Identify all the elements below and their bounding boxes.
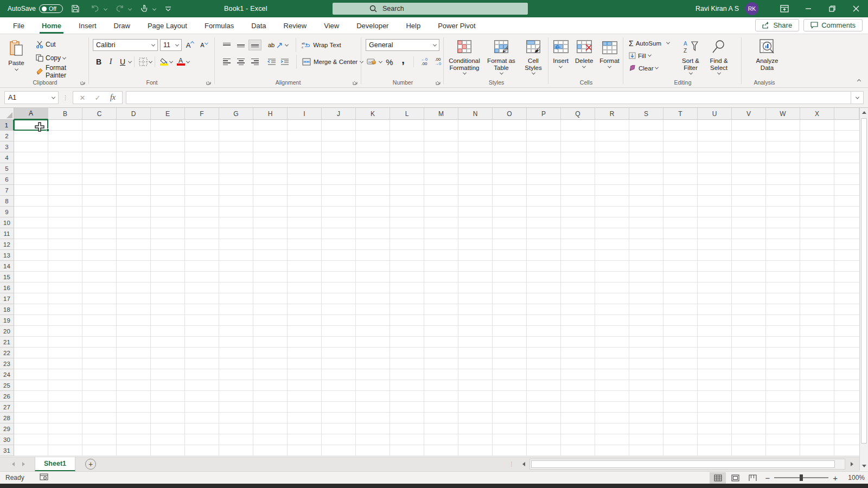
horizontal-scroll-thumb[interactable] <box>531 460 835 468</box>
row-header-10[interactable]: 10 <box>0 217 14 228</box>
restore-icon[interactable] <box>820 0 844 17</box>
touch-mode-dropdown-icon[interactable] <box>153 5 156 12</box>
align-right-button[interactable] <box>248 55 261 68</box>
touch-mode-icon[interactable] <box>137 2 151 16</box>
paste-dropdown-icon[interactable] <box>14 67 18 71</box>
font-color-button[interactable]: A <box>175 56 187 68</box>
underline-dropdown-icon[interactable] <box>128 59 132 63</box>
next-sheet-icon[interactable] <box>22 462 25 466</box>
row-header-27[interactable]: 27 <box>0 402 14 413</box>
cell-styles-button[interactable]: 🖌 Cell Styles <box>520 35 546 76</box>
scroll-left-icon[interactable] <box>518 459 529 469</box>
decrease-font-size-button[interactable]: A <box>198 39 210 51</box>
column-header-d[interactable]: D <box>117 108 151 120</box>
borders-icon[interactable] <box>137 56 149 68</box>
collapse-ribbon-icon[interactable] <box>858 76 860 84</box>
column-header-i[interactable]: I <box>288 108 322 120</box>
row-header-28[interactable]: 28 <box>0 413 14 423</box>
bold-button[interactable]: B <box>93 56 105 68</box>
zoom-level[interactable]: 100% <box>842 474 865 481</box>
delete-cells-button[interactable]: Delete <box>572 35 596 69</box>
tab-home[interactable]: Home <box>33 17 70 34</box>
scroll-right-icon[interactable] <box>846 459 857 469</box>
tab-draw[interactable]: Draw <box>105 17 139 34</box>
zoom-slider-thumb[interactable] <box>800 474 803 481</box>
tab-file[interactable]: File <box>4 17 33 34</box>
tab-page-layout[interactable]: Page Layout <box>139 17 196 34</box>
tab-formulas[interactable]: Formulas <box>196 17 242 34</box>
enter-icon[interactable]: ✓ <box>91 92 105 103</box>
percent-style-button[interactable]: % <box>384 56 395 68</box>
row-header-8[interactable]: 8 <box>0 196 14 207</box>
row-header-4[interactable]: 4 <box>0 152 14 163</box>
center-button[interactable] <box>234 55 247 68</box>
search-input[interactable] <box>382 5 502 12</box>
column-header-t[interactable]: T <box>663 108 698 120</box>
italic-button[interactable]: I <box>105 56 117 68</box>
new-sheet-button[interactable]: + <box>85 459 96 470</box>
fill-color-dropdown-icon[interactable] <box>169 59 173 63</box>
user-name[interactable]: Ravi Kiran A S <box>695 5 739 12</box>
macro-record-icon[interactable] <box>40 473 48 482</box>
share-button[interactable]: Share <box>755 19 799 31</box>
tab-help[interactable]: Help <box>397 17 429 34</box>
number-format-select[interactable]: General <box>366 39 439 51</box>
column-header-m[interactable]: M <box>424 108 458 120</box>
top-align-button[interactable] <box>220 40 233 51</box>
column-header-c[interactable]: C <box>82 108 117 120</box>
avatar[interactable]: RK <box>745 2 758 15</box>
sheet-tab-sheet1[interactable]: Sheet1 <box>35 457 75 471</box>
format-cells-dropdown-icon[interactable] <box>608 65 611 68</box>
paste-button[interactable]: Paste <box>5 37 27 72</box>
redo-dropdown-icon[interactable] <box>129 5 131 12</box>
clear-dropdown-icon[interactable] <box>655 66 659 69</box>
name-box[interactable]: A1 <box>4 91 59 104</box>
comments-button[interactable]: Comments <box>803 19 863 31</box>
expand-formula-bar-icon[interactable] <box>851 91 864 104</box>
row-header-19[interactable]: 19 <box>0 315 14 326</box>
column-header-h[interactable]: H <box>253 108 288 120</box>
find-select-dropdown-icon[interactable] <box>717 71 720 75</box>
row-header-31[interactable]: 31 <box>0 445 14 456</box>
save-icon[interactable] <box>68 2 82 16</box>
row-header-29[interactable]: 29 <box>0 423 14 434</box>
row-header-16[interactable]: 16 <box>0 282 14 293</box>
font-dialog-launcher-icon[interactable] <box>206 79 213 86</box>
underline-button[interactable]: U <box>117 56 129 68</box>
font-size-select[interactable]: 11 <box>160 39 182 51</box>
formula-input[interactable] <box>126 92 851 104</box>
tab-insert[interactable]: Insert <box>70 17 105 34</box>
row-header-21[interactable]: 21 <box>0 337 14 348</box>
row-header-1[interactable]: 1 <box>0 120 14 131</box>
autosave-toggle[interactable]: AutoSave Off <box>8 4 63 13</box>
page-break-preview-button[interactable] <box>744 472 761 484</box>
increase-indent-icon[interactable] <box>279 56 291 68</box>
cut-button[interactable]: Cut <box>34 38 88 50</box>
vertical-scroll-thumb[interactable] <box>861 118 867 444</box>
copy-dropdown-icon[interactable] <box>62 55 66 59</box>
autosave-pill[interactable]: Off <box>39 4 63 13</box>
row-header-26[interactable]: 26 <box>0 391 14 402</box>
conditional-formatting-button[interactable]: Conditional Formatting <box>446 35 482 76</box>
name-box-dropdown-icon[interactable] <box>52 95 55 99</box>
column-header-w[interactable]: W <box>766 108 800 120</box>
cancel-icon[interactable]: ✕ <box>75 92 90 103</box>
column-header-g[interactable]: G <box>219 108 253 120</box>
fill-color-button[interactable] <box>158 56 170 68</box>
undo-icon[interactable] <box>88 2 102 16</box>
row-header-20[interactable]: 20 <box>0 326 14 337</box>
undo-dropdown-icon[interactable] <box>104 5 107 12</box>
column-header-k[interactable]: K <box>356 108 390 120</box>
column-header-s[interactable]: S <box>629 108 663 120</box>
orientation-dropdown-icon[interactable] <box>285 42 289 46</box>
format-as-table-button[interactable]: 🖉 Format as Table <box>484 35 518 76</box>
align-left-button[interactable] <box>220 55 233 68</box>
scroll-up-icon[interactable] <box>860 108 868 117</box>
column-header-u[interactable]: U <box>698 108 732 120</box>
column-header-e[interactable]: E <box>151 108 185 120</box>
tab-power-pivot[interactable]: Power Pivot <box>429 17 484 34</box>
row-header-6[interactable]: 6 <box>0 174 14 185</box>
row-header-25[interactable]: 25 <box>0 380 14 391</box>
format-painter-button[interactable]: Format Painter <box>34 66 88 78</box>
row-header-30[interactable]: 30 <box>0 434 14 445</box>
